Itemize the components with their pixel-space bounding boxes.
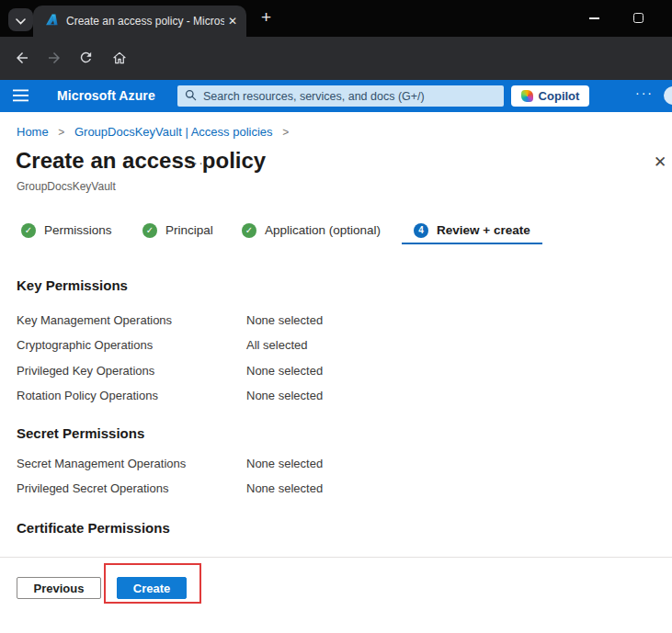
browser-tab[interactable]: Create an access policy - Micros ✕ — [33, 6, 246, 37]
row-label: Key Management Operations — [17, 313, 246, 328]
tab-title: Create an access policy - Micros — [66, 15, 224, 28]
tab-search-button[interactable] — [8, 8, 33, 31]
row-label: Secret Management Operations — [17, 457, 246, 471]
breadcrumb: Home > GroupDocsKeyVault | Access polici… — [17, 125, 295, 139]
check-icon: ✓ — [142, 223, 157, 238]
secret-permissions-heading: Secret Permissions — [17, 425, 144, 441]
tab-permissions-label: Permissions — [44, 223, 112, 237]
row-label: Privileged Key Operations — [17, 364, 246, 379]
breadcrumb-separator: > — [58, 126, 64, 139]
window-maximize-button[interactable] — [633, 13, 644, 23]
search-placeholder: Search resources, services, and docs (G+… — [203, 90, 425, 103]
home-button[interactable] — [111, 50, 128, 70]
browser-window: Create an access policy - Micros ✕ + — [0, 0, 672, 633]
tab-principal[interactable]: ✓ Principal — [142, 218, 213, 243]
tab-permissions[interactable]: ✓ Permissions — [21, 218, 112, 243]
avatar[interactable] — [664, 86, 672, 105]
step-number-icon: 4 — [414, 223, 428, 238]
row-value: None selected — [246, 313, 323, 328]
row-value: All selected — [246, 338, 323, 353]
check-icon: ✓ — [21, 223, 36, 238]
azure-brand[interactable]: Microsoft Azure — [57, 88, 155, 103]
key-permissions-table: Key Management Operations None selected … — [17, 313, 323, 414]
tab-close-icon[interactable]: ✕ — [228, 15, 237, 28]
tab-application[interactable]: ✓ Application (optional) — [242, 218, 381, 243]
previous-button[interactable]: Previous — [17, 577, 101, 599]
azure-portal-header: Microsoft Azure Search resources, servic… — [0, 80, 672, 112]
breadcrumb-separator: > — [282, 126, 289, 139]
tab-review-create[interactable]: 4 Review + create — [402, 218, 542, 244]
page-title: Create an access policy — [16, 148, 266, 174]
breadcrumb-keyvault-link[interactable]: GroupDocsKeyVault | Access policies — [74, 125, 273, 139]
copilot-icon — [521, 90, 533, 102]
azure-favicon — [44, 13, 58, 30]
key-permissions-heading: Key Permissions — [17, 277, 128, 293]
breadcrumb-home-link[interactable]: Home — [17, 125, 49, 139]
new-tab-button[interactable]: + — [261, 7, 271, 28]
annotation-red-box — [104, 563, 201, 604]
copilot-button[interactable]: Copilot — [511, 85, 589, 107]
row-label: Cryptographic Operations — [17, 338, 246, 353]
browser-titlebar: Create an access policy - Micros ✕ + — [0, 0, 672, 37]
back-button[interactable] — [14, 50, 30, 70]
close-blade-icon[interactable]: ✕ — [654, 153, 666, 172]
copilot-label: Copilot — [539, 89, 580, 103]
chevron-down-icon — [16, 12, 26, 28]
row-value: None selected — [246, 457, 323, 471]
secret-permissions-table: Secret Management Operations None select… — [17, 457, 323, 506]
row-label: Rotation Policy Operations — [17, 389, 246, 403]
azure-search-input[interactable]: Search resources, services, and docs (G+… — [177, 85, 504, 107]
row-value: None selected — [246, 481, 323, 496]
browser-toolbar: portal.azure.com/#view... — [0, 37, 672, 80]
certificate-permissions-heading: Certificate Permissions — [17, 520, 170, 536]
refresh-button[interactable] — [78, 50, 94, 69]
tab-principal-label: Principal — [165, 223, 213, 237]
forward-button[interactable] — [46, 50, 63, 70]
tab-application-label: Application (optional) — [265, 223, 381, 237]
tab-review-create-label: Review + create — [437, 223, 530, 237]
window-minimize-button[interactable] — [589, 17, 599, 19]
row-label: Privileged Secret Operations — [17, 481, 246, 496]
row-value: None selected — [246, 389, 323, 403]
row-value: None selected — [246, 364, 323, 379]
footer-divider — [0, 557, 672, 558]
search-icon — [185, 88, 197, 105]
hamburger-menu-icon[interactable] — [13, 89, 28, 106]
header-more-button[interactable]: ··· — [635, 85, 654, 100]
page-subtitle: GroupDocsKeyVault — [17, 180, 116, 193]
title-more-button[interactable]: ··· — [188, 155, 205, 170]
check-icon: ✓ — [242, 223, 256, 238]
